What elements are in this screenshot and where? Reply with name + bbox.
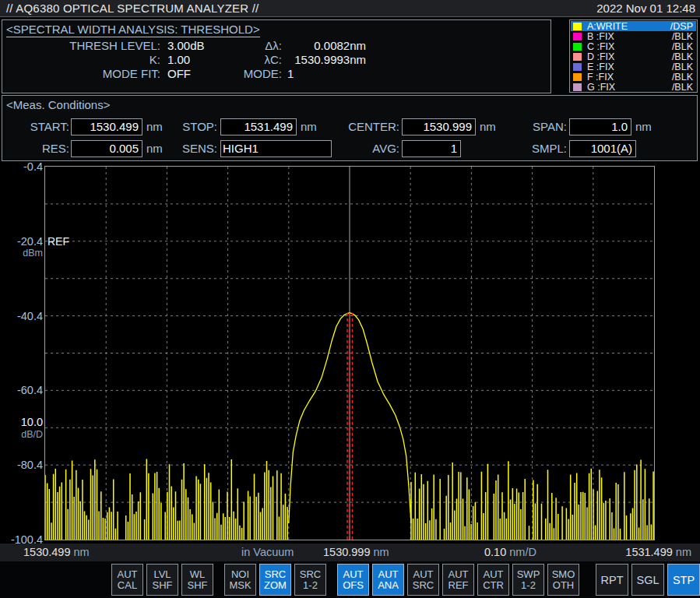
trace-mode: /BLK: [672, 41, 693, 52]
softkey-line2: 1-2: [521, 580, 536, 591]
y-tick-label: -40.4: [1, 311, 43, 322]
meas-field-start[interactable]: 1530.499: [71, 118, 142, 135]
meas-label-span: SPAN:: [497, 120, 567, 133]
analysis-label: Δλ:: [220, 39, 282, 52]
softkey-line2: REF: [448, 580, 469, 591]
x-axis-start-label: 1530.499 nm: [23, 546, 90, 558]
softkey-line1: WL: [190, 569, 206, 580]
trace-color-swatch: [573, 53, 582, 61]
trace-row-a[interactable]: A:WRITE/DSP: [571, 21, 696, 31]
x-axis-center-label: 1530.999 nm: [323, 546, 389, 558]
meas-label-res: RES:: [0, 142, 69, 155]
softkey-src-1-2[interactable]: SRC1-2: [294, 564, 326, 596]
trace-name: G :FIX: [587, 82, 615, 93]
analysis-value: 3.00dB: [167, 39, 205, 52]
softkey-line1: AUT: [484, 569, 504, 580]
spectral-width-analysis-panel: <SPECTRAL WIDTH ANALYSIS: THRESHOLD> THR…: [2, 19, 551, 93]
analysis-value: 0.0082nm: [287, 39, 366, 52]
softkey-line2: MSK: [229, 580, 251, 591]
meas-unit-center: nm: [480, 120, 496, 133]
softkey-aut-ana[interactable]: AUTANA: [372, 564, 404, 596]
softkey-noi-msk[interactable]: NOIMSK: [224, 564, 256, 596]
meas-label-avg: AVG:: [329, 142, 399, 155]
analysis-label: MODE FIT:: [6, 67, 160, 80]
softkey-src-zom[interactable]: SRCZOM: [259, 564, 291, 596]
softkey-smo-oth[interactable]: SMOOTH: [547, 564, 579, 596]
trace-name: C :FIX: [587, 41, 614, 52]
trace-name: F :FIX: [587, 72, 614, 83]
meas-field-sens[interactable]: HIGH1: [220, 140, 332, 157]
y-axis-unit-label: dBm: [1, 248, 43, 259]
softkey-aut-src[interactable]: AUTSRC: [407, 564, 439, 596]
softkey-line2: SHF: [153, 580, 173, 591]
meas-field-smpl[interactable]: 1001(A): [569, 140, 636, 157]
analysis-label: K:: [6, 53, 160, 66]
analysis-value: OFF: [167, 67, 191, 80]
meas-label-smpl: SMPL:: [497, 142, 567, 155]
meas-field-span[interactable]: 1.0: [569, 118, 631, 135]
analysis-label: MODE:: [220, 67, 282, 80]
ref-level-label: REF: [47, 235, 69, 248]
trace-row-e[interactable]: E :FIX/BLK: [571, 62, 696, 72]
trace-row-b[interactable]: B :FIX/BLK: [571, 31, 696, 41]
x-axis-scale-label: 0.10 nm/D: [484, 546, 536, 558]
softkey-line1: AUT: [448, 569, 469, 580]
app-title: // AQ6380 OPTICAL SPECTRUM ANALYZER //: [6, 2, 259, 15]
soft-key-toolbar: AUTCALLVLSHFWLSHFNOIMSKSRCZOMSRC1-2AUTOF…: [0, 562, 700, 598]
softkey-line2: SRC: [413, 580, 434, 591]
meas-conditions-panel: <Meas. Conditions> START:1530.499nmSTOP:…: [2, 95, 698, 161]
analysis-heading: <SPECTRAL WIDTH ANALYSIS: THRESHOLD>: [6, 23, 260, 36]
datetime: 2022 Nov 01 12:48: [596, 2, 695, 15]
softkey-lvl-shf[interactable]: LVLSHF: [146, 564, 178, 596]
softkey-line1: AUT: [413, 569, 434, 580]
analysis-value: 1530.9993nm: [287, 53, 366, 66]
spectrum-chart-area: -0.4-20.4-40.4-60.4-80.4-100.4dBm10.0dB/…: [0, 162, 700, 543]
meas-field-avg[interactable]: 1: [402, 140, 461, 157]
meas-field-stop[interactable]: 1531.499: [220, 118, 297, 135]
meas-label-stop: STOP:: [147, 120, 217, 133]
trace-row-c[interactable]: C :FIX/BLK: [571, 41, 696, 51]
y-tick-label: -0.4: [1, 161, 43, 172]
softkey-aut-ofs[interactable]: AUTOFS: [337, 564, 369, 596]
title-bar: // AQ6380 OPTICAL SPECTRUM ANALYZER // 2…: [0, 0, 700, 17]
sweep-button-rpt[interactable]: RPT: [596, 564, 628, 596]
trace-row-d[interactable]: D :FIX/BLK: [571, 51, 696, 62]
trace-name: B :FIX: [587, 31, 614, 42]
trace-color-swatch: [573, 83, 582, 91]
y-tick-label: -60.4: [1, 385, 43, 396]
x-axis-strip: 1530.499 nm in Vacuum 1530.999 nm 0.10 n…: [0, 543, 700, 561]
softkey-wl-shf[interactable]: WLSHF: [181, 564, 213, 596]
softkey-line2: OTH: [553, 580, 574, 591]
softkey-line1: LVL: [153, 569, 171, 580]
meas-unit-span: nm: [635, 120, 652, 133]
softkey-line2: ANA: [378, 580, 399, 591]
softkey-aut-ref[interactable]: AUTREF: [442, 564, 474, 596]
trace-name: E :FIX: [587, 62, 614, 72]
trace-color-swatch: [573, 33, 582, 40]
trace-row-g[interactable]: G :FIX/BLK: [571, 83, 696, 93]
softkey-line1: SWP: [517, 569, 540, 580]
softkey-swp-1-2[interactable]: SWP1-2: [512, 564, 544, 596]
trace-mode: /BLK: [672, 72, 693, 83]
x-axis-stop-label: 1531.499 nm: [625, 546, 691, 558]
softkey-line1: SRC: [300, 569, 321, 580]
sweep-button-sgl[interactable]: SGL: [631, 564, 664, 596]
meas-label-start: START:: [0, 120, 69, 133]
trace-row-f[interactable]: F :FIX/BLK: [571, 72, 696, 83]
sweep-button-stp[interactable]: STP: [667, 564, 700, 596]
meas-label-sens: SENS:: [147, 142, 217, 155]
y-tick-label: -20.4: [1, 236, 43, 247]
softkey-line1: AUT: [118, 569, 138, 580]
softkey-line2: OFS: [343, 580, 364, 591]
softkey-line2: CTR: [483, 580, 504, 591]
meas-field-res[interactable]: 0.005: [71, 140, 142, 157]
analysis-label: λC:: [220, 53, 282, 66]
trace-color-swatch: [573, 73, 582, 81]
trace-mode: /DSP: [670, 21, 693, 32]
softkey-aut-ctr[interactable]: AUTCTR: [477, 564, 509, 596]
softkey-line1: SMO: [552, 569, 575, 580]
meas-field-center[interactable]: 1530.999: [402, 118, 476, 135]
softkey-line1: AUT: [378, 569, 399, 580]
softkey-aut-cal[interactable]: AUTCAL: [111, 564, 143, 596]
softkey-line2: SHF: [188, 580, 208, 591]
